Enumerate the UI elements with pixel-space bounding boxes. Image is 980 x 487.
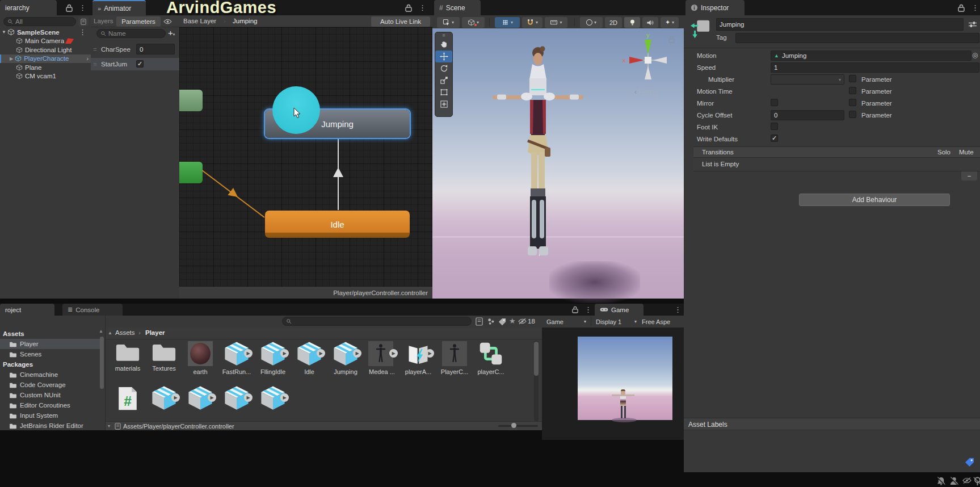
state-name-field[interactable]: Jumping [716,18,964,31]
hidden-count-eye-icon[interactable] [518,318,527,325]
play-badge-icon[interactable]: ▶ [280,393,289,402]
saved-search-icon[interactable] [476,317,483,326]
parameter-value-field[interactable]: 0 [136,44,175,54]
expand-arrow-icon[interactable]: ▼ [2,30,6,35]
grid-scrollbar-thumb[interactable] [534,342,539,376]
2d-toggle-button[interactable]: 2D [605,17,622,28]
hierarchy-row-scene[interactable]: ▼ SampleScene ⋮ [0,28,91,37]
label-tag-icon[interactable] [498,318,506,326]
asset-item[interactable]: ▶ [256,385,289,412]
prefab-open-arrow[interactable]: › [86,55,89,62]
asset-item[interactable]: ▶ FllingIdle [256,341,289,375]
hierarchy-search-filter-button[interactable] [78,17,89,26]
play-badge-icon[interactable]: ▶ [208,393,216,402]
transform-tool-button[interactable] [435,98,452,110]
parameter-search-input[interactable]: Name [96,29,166,38]
breadcrumb-assets[interactable]: Assets [115,329,135,336]
scene-pivot-button[interactable]: ▾ [462,17,485,28]
tab-game[interactable]: Game [595,304,643,316]
add-behaviour-button[interactable]: Add Behaviour [799,194,950,206]
asset-item[interactable]: ▶ playerA... [402,341,435,375]
drag-handle-icon[interactable]: = [93,61,97,68]
gizmo-persp-label[interactable]: ‹ Persp [634,88,657,96]
state-node-partial-green[interactable] [179,90,203,111]
hierarchy-row-playercharacter[interactable]: ▶ PlayerCharacte › [0,54,91,64]
tab-project[interactable]: roject [0,304,54,316]
parameter-checkbox-checked[interactable]: ✓ [136,60,144,68]
notifications-muted-icon[interactable] [936,476,946,486]
asset-item[interactable]: ▶ [148,385,180,412]
thumbnail-size-slider-knob[interactable] [511,423,516,428]
tab-animator[interactable]: » Animator [92,0,146,15]
animator-graph-canvas[interactable] [179,27,432,287]
scale-tool-button[interactable] [435,74,452,86]
tree-item[interactable]: Cinemachine [0,370,104,380]
state-node-idle[interactable]: Idle [265,211,410,238]
hand-tool-button[interactable] [435,39,452,51]
asset-item[interactable]: earth [184,341,217,375]
foot-ik-checkbox[interactable] [771,123,778,130]
cycle-offset-parameter-checkbox[interactable] [849,111,856,118]
mini-lock-icon[interactable] [668,36,675,43]
lock-icon[interactable] [958,4,965,12]
snap-button[interactable]: ▾ [522,17,542,28]
collapse-arrow-icon[interactable]: ▾ [108,423,110,429]
asset-item[interactable]: playerC... [474,341,507,375]
scene-lighting-button[interactable] [624,17,640,28]
asset-item[interactable]: PlayerC... [438,341,471,375]
tree-item[interactable]: Scenes [0,349,104,359]
rect-tool-button[interactable] [435,86,452,98]
play-badge-icon[interactable]: ▶ [171,393,180,402]
rotate-tool-button[interactable] [435,62,452,74]
scene-tool-settings-button[interactable]: ▾ [437,17,460,28]
lock-icon[interactable] [405,4,412,12]
multiplier-parameter-checkbox[interactable] [849,75,856,82]
hierarchy-row[interactable]: Plane [0,63,91,72]
kebab-menu-icon[interactable]: ⋮ [419,4,426,11]
asset-item[interactable]: Textures [148,341,180,372]
animator-layers-tab[interactable]: Layers [94,18,113,24]
game-aspect-dropdown[interactable]: Free Aspe [642,318,670,325]
eye-icon[interactable] [163,19,172,24]
visibility-off-icon[interactable] [962,477,971,484]
favorites-star-icon[interactable]: ★ [509,317,516,325]
tree-item[interactable]: Custom NUnit [0,390,104,400]
scene-effects-button[interactable]: ✦▾ [661,17,679,28]
hierarchy-row[interactable]: CM vcam1 [0,72,91,81]
breadcrumb-current-state[interactable]: Jumping [233,18,257,24]
remove-transition-button[interactable]: − [961,171,977,180]
parameter-row[interactable]: = CharSpee 0 [91,43,179,56]
play-badge-icon[interactable]: ▶ [280,349,289,358]
scene-character[interactable] [493,45,583,257]
game-mode-dropdown[interactable]: Game▾ [544,317,588,326]
game-display-dropdown[interactable]: Display 1▾ [594,317,639,326]
scene-audio-button[interactable] [642,17,658,28]
hierarchy-row[interactable]: Main Camera [0,37,91,46]
tree-item[interactable]: Input System [0,410,104,421]
add-parameter-button[interactable]: +▾ [168,28,179,39]
motion-object-field[interactable]: ▲ Jumping [771,51,971,61]
state-node-partial-green2[interactable] [179,162,203,183]
overlay-drag-handle[interactable]: ≡ [435,32,452,39]
scene-orientation-gizmo[interactable]: y x [621,32,675,86]
tree-item-assets[interactable]: Assets [0,329,104,339]
thumbnail-size-slider-track[interactable] [498,425,538,427]
tab-hierarchy[interactable]: ierarchy [0,0,57,15]
kebab-menu-icon[interactable]: ⋮ [971,4,979,11]
multiplier-dropdown[interactable]: ▾ [771,74,844,85]
asset-labels-header[interactable]: Asset Labels [684,418,980,430]
shading-mode-button[interactable]: ▾ [580,17,603,28]
play-badge-icon[interactable]: ▶ [353,349,361,358]
asset-item[interactable]: ▶ Idle [293,341,326,375]
breadcrumb-player[interactable]: Player [145,329,165,336]
label-tag-icon[interactable] [965,457,974,467]
asset-item[interactable] [111,385,144,413]
move-tool-button[interactable] [435,51,452,62]
expand-arrow-icon[interactable]: ▶ [10,56,13,61]
motion-time-parameter-checkbox[interactable] [849,87,856,94]
project-search-input[interactable] [282,317,472,326]
auto-live-link-button[interactable]: Auto Live Link [371,16,430,27]
mirror-parameter-checkbox[interactable] [849,99,856,106]
collapse-arrow-icon[interactable]: ▲ [108,330,112,335]
increment-snap-button[interactable]: ▾ [545,17,567,28]
